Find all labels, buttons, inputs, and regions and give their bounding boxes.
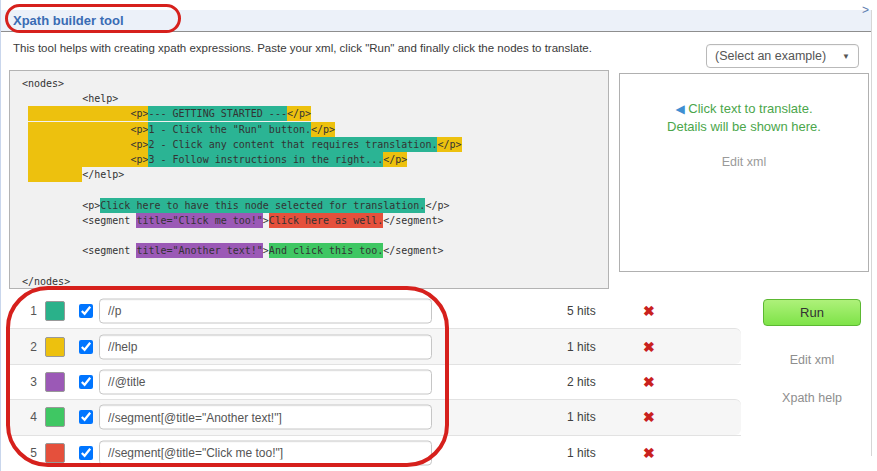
xml-code-line: <p>--- GETTING STARTED ---</p> [22, 106, 608, 121]
xml-text: > [263, 245, 269, 256]
color-swatch [45, 337, 65, 357]
collapse-panel-icon[interactable]: > [862, 3, 869, 17]
xml-highlighted-node-yellow[interactable]: <p> [28, 122, 148, 137]
xml-highlighted-node-purple[interactable]: title="Click me too!" [136, 213, 262, 228]
row-enabled-checkbox[interactable] [79, 375, 93, 389]
xml-code-line [22, 182, 608, 197]
row-number: 4 [23, 410, 37, 424]
xml-code: <nodes> <help> <p>--- GETTING STARTED --… [22, 76, 608, 289]
xml-code-line: <p>3 - Follow instructions in the right.… [22, 152, 608, 167]
color-swatch [45, 407, 65, 427]
xpath-rows: 15 hits✖21 hits✖32 hits✖41 hits✖51 hits✖ [9, 293, 741, 470]
details-message-line1: Click text to translate. [688, 101, 812, 116]
delete-row-icon[interactable]: ✖ [643, 446, 655, 460]
color-swatch [45, 301, 65, 321]
hits-label: 2 hits [567, 375, 596, 389]
color-swatch [45, 372, 65, 392]
xml-text: > [263, 215, 269, 226]
xml-highlighted-node-teal[interactable]: --- GETTING STARTED --- [148, 106, 286, 121]
row-number: 2 [23, 340, 37, 354]
xpath-input[interactable] [99, 405, 432, 430]
row-enabled-checkbox[interactable] [79, 340, 93, 354]
xml-code-line: <p>1 - Click the "Run" button.</p> [22, 122, 608, 137]
edit-xml-action-link[interactable]: Edit xml [763, 353, 861, 367]
xml-highlighted-node-yellow[interactable]: </p> [287, 106, 311, 121]
details-message-line2: Details will be shown here. [667, 119, 821, 134]
left-arrow-icon: ◀ [675, 102, 684, 116]
xml-highlighted-node-yellow[interactable]: <p> [28, 106, 148, 121]
xpath-row: 21 hits✖ [9, 328, 741, 363]
xml-highlighted-node-teal[interactable]: Click here to have this node selected fo… [100, 198, 425, 213]
xml-highlighted-node-yellow[interactable]: </p> [383, 152, 407, 167]
row-enabled-checkbox[interactable] [79, 446, 93, 460]
xpath-row: 15 hits✖ [9, 293, 741, 328]
run-button[interactable]: Run [763, 299, 861, 326]
example-select[interactable]: (Select an example) ▼ [706, 44, 859, 68]
xpath-help-link[interactable]: Xpath help [763, 391, 861, 405]
chevron-down-icon: ▼ [842, 52, 850, 61]
xml-highlighted-node-green[interactable]: And click this too. [269, 243, 383, 258]
color-swatch [45, 443, 65, 463]
xml-text: </nodes> [22, 276, 70, 287]
xml-code-line: <p>2 - Click any content that requires t… [22, 137, 608, 152]
xml-highlighted-node-yellow[interactable]: <p> [28, 152, 148, 167]
xml-panel[interactable]: <nodes> <help> <p>--- GETTING STARTED --… [9, 70, 609, 289]
xml-text: </segment> [383, 245, 443, 256]
hits-label: 1 hits [567, 446, 596, 460]
details-message: ◀ Click text to translate. Details will … [620, 100, 868, 135]
hits-label: 1 hits [567, 340, 596, 354]
xpath-row: 32 hits✖ [9, 364, 741, 399]
xml-code-line [22, 258, 608, 273]
xml-code-line: <p>Click here to have this node selected… [22, 198, 608, 213]
delete-row-icon[interactable]: ✖ [643, 410, 655, 424]
xml-text: <segment [22, 215, 136, 226]
xml-code-line: <segment title="Click me too!">Click her… [22, 213, 608, 228]
xml-highlighted-node-red[interactable]: Click here as well. [269, 213, 383, 228]
xml-code-line: <help> [22, 91, 608, 106]
row-number: 3 [23, 375, 37, 389]
xml-highlighted-node-yellow[interactable]: </p> [437, 137, 461, 152]
xml-highlighted-node-purple[interactable]: title="Another text!" [136, 243, 262, 258]
xml-code-line: </nodes> [22, 274, 608, 289]
xpath-input[interactable] [99, 334, 432, 359]
example-select-value: (Select an example) [715, 49, 842, 63]
xpath-row: 51 hits✖ [9, 435, 741, 470]
xml-text: <help> [22, 93, 118, 104]
intro-text: This tool helps with creating xpath expr… [13, 42, 592, 54]
xml-text: <segment [22, 245, 136, 256]
row-number: 1 [23, 304, 37, 318]
xml-code-line: <nodes> [22, 76, 608, 91]
xml-highlighted-node-yellow[interactable] [28, 167, 82, 182]
row-enabled-checkbox[interactable] [79, 304, 93, 318]
xml-code-line: <segment title="Another text!">And click… [22, 243, 608, 258]
xpath-input[interactable] [99, 440, 432, 465]
xpath-input[interactable] [99, 298, 432, 323]
hits-label: 5 hits [567, 304, 596, 318]
details-panel: ◀ Click text to translate. Details will … [619, 73, 869, 272]
delete-row-icon[interactable]: ✖ [643, 375, 655, 389]
header-bar: Xpath builder tool [1, 10, 872, 32]
xml-text: <p> [22, 200, 100, 211]
xml-code-line [22, 228, 608, 243]
xml-highlighted-node-yellow[interactable]: <p> [28, 137, 148, 152]
xpath-input[interactable] [99, 369, 432, 394]
xpath-row: 41 hits✖ [9, 399, 741, 434]
xml-text: </segment> [383, 215, 443, 226]
xml-text: </help> [82, 169, 124, 180]
xml-highlighted-node-yellow[interactable]: </p> [311, 122, 335, 137]
row-enabled-checkbox[interactable] [79, 410, 93, 424]
hits-label: 1 hits [567, 410, 596, 424]
xml-highlighted-node-teal[interactable]: 2 - Click any content that requires tran… [148, 137, 437, 152]
xml-code-line: </help> [22, 167, 608, 182]
page-title: Xpath builder tool [1, 13, 124, 28]
row-number: 5 [23, 446, 37, 460]
xml-highlighted-node-teal[interactable]: 3 - Follow instructions in the right... [148, 152, 383, 167]
xml-text: </p> [425, 200, 449, 211]
delete-row-icon[interactable]: ✖ [643, 340, 655, 354]
xml-text: <nodes> [22, 78, 64, 89]
panel-right-border [871, 10, 872, 456]
xpath-builder-tool: Xpath builder tool > This tool helps wit… [0, 0, 877, 471]
xml-highlighted-node-teal[interactable]: 1 - Click the "Run" button. [148, 122, 311, 137]
edit-xml-link[interactable]: Edit xml [722, 155, 766, 169]
delete-row-icon[interactable]: ✖ [643, 304, 655, 318]
